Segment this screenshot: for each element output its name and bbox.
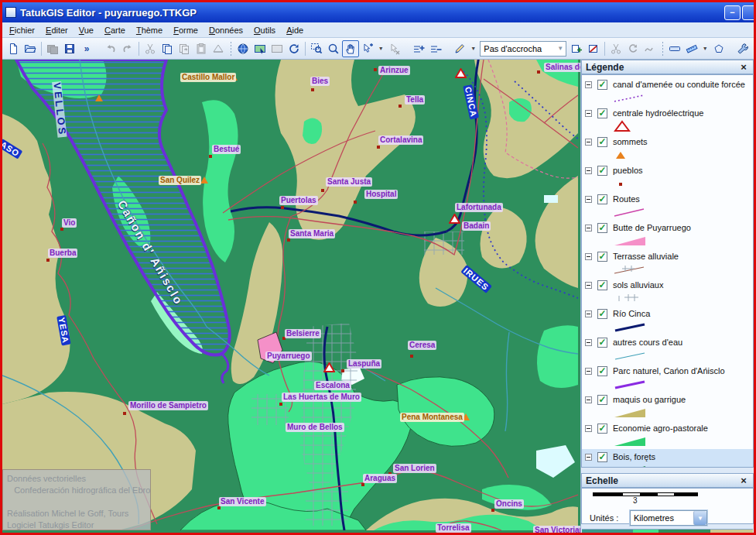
dropdown-button[interactable]: ▼ xyxy=(468,40,478,57)
toolbar-grip[interactable] xyxy=(406,41,407,57)
legend-item[interactable]: ✓Routes xyxy=(582,191,753,220)
vertex-remove-button[interactable] xyxy=(427,40,444,57)
pen-button[interactable] xyxy=(451,40,468,57)
layer-checkbox[interactable]: ✓ xyxy=(597,80,607,90)
toolbar-grip[interactable] xyxy=(230,41,231,57)
measure-button[interactable] xyxy=(666,40,683,57)
layer-checkbox[interactable]: ✓ xyxy=(597,108,607,118)
layer-checkbox[interactable]: ✓ xyxy=(597,280,607,290)
legend-close-icon[interactable]: × xyxy=(738,61,749,73)
minimize-button[interactable]: − xyxy=(724,5,741,20)
collapse-icon[interactable] xyxy=(585,139,592,146)
maximize-button[interactable] xyxy=(742,5,754,20)
legend-item[interactable]: ✓Bois, foręts xyxy=(582,449,753,468)
collapse-icon[interactable] xyxy=(585,454,592,461)
dropdown-button[interactable]: ▼ xyxy=(700,40,710,57)
dropdown-icon: ▼ xyxy=(378,46,384,51)
layer-checkbox[interactable]: ✓ xyxy=(597,424,607,434)
layer-checkbox[interactable]: ✓ xyxy=(597,223,607,233)
deselect-button xyxy=(386,40,403,57)
legend-item[interactable]: ✓pueblos xyxy=(582,163,753,191)
save-button[interactable] xyxy=(61,40,78,57)
layer-checkbox[interactable]: ✓ xyxy=(597,452,607,462)
legend-item[interactable]: ✓Terrasse alluviale xyxy=(582,249,753,277)
layer-checkbox[interactable]: ✓ xyxy=(597,137,607,147)
snap-mode-select[interactable]: Pas d'accrocha▼ xyxy=(480,41,566,57)
layer-checkbox[interactable]: ✓ xyxy=(597,166,607,176)
collapse-icon[interactable] xyxy=(585,225,592,231)
legend-item[interactable]: ✓Río Cinca xyxy=(582,306,753,334)
open-folder-button[interactable] xyxy=(22,40,39,57)
menu-forme[interactable]: Forme xyxy=(168,24,204,36)
collapse-icon[interactable] xyxy=(585,81,592,88)
zoom-area-button[interactable] xyxy=(308,40,325,57)
legend-item[interactable]: ✓centrale hydroélectrique xyxy=(582,105,753,134)
layer-checkbox[interactable]: ✓ xyxy=(597,194,607,204)
collapse-icon[interactable] xyxy=(585,196,592,203)
new-file-button[interactable] xyxy=(5,40,22,57)
collapse-icon[interactable] xyxy=(585,253,592,260)
snap-dropdown-icon[interactable]: ▼ xyxy=(555,45,566,52)
legend-item[interactable]: ✓Butte de Puyarruego xyxy=(582,220,753,249)
menu-aide[interactable]: Aide xyxy=(281,24,309,36)
toolbar-grip[interactable] xyxy=(662,41,662,57)
legend-symbol-hatch-line xyxy=(611,265,648,278)
ruler-button[interactable] xyxy=(683,40,700,57)
dropdown-button[interactable]: ▼ xyxy=(376,40,386,57)
legend-item[interactable]: ✓sommets xyxy=(582,134,753,163)
measure-icon xyxy=(669,43,681,55)
wrench-button[interactable] xyxy=(734,40,751,57)
pan-hand-button[interactable] xyxy=(342,40,359,57)
scale-close-icon[interactable]: × xyxy=(738,475,749,486)
layer-checkbox[interactable]: ✓ xyxy=(597,395,607,405)
legend-item[interactable]: ✓canal d'amenée ou conduite forcée xyxy=(582,77,753,105)
menu-theme[interactable]: Thème xyxy=(131,24,168,36)
legend-item[interactable]: ✓sols alluviaux xyxy=(582,277,753,306)
legend-item[interactable]: ✓Parc naturel, Cańon d'Ańisclo xyxy=(582,363,753,392)
menu-carte[interactable]: Carte xyxy=(99,24,131,36)
menu-vue[interactable]: Vue xyxy=(74,24,99,36)
legend-item[interactable]: ✓Economie agro-pastorale xyxy=(582,420,753,449)
zoom-button[interactable] xyxy=(325,40,342,57)
legend-item-label: Río Cinca xyxy=(613,309,650,318)
units-select[interactable]: Kilometres ▼ xyxy=(630,510,707,526)
globe-full-extent-button[interactable] xyxy=(234,40,251,57)
units-dropdown-icon[interactable]: ▼ xyxy=(693,511,706,525)
collapse-icon[interactable] xyxy=(585,110,592,117)
map-label-pueblo: Bies xyxy=(310,77,330,86)
layer-add-button[interactable] xyxy=(568,40,585,57)
collapse-icon[interactable] xyxy=(585,282,592,289)
toolbar-grip[interactable] xyxy=(98,41,99,57)
vertex-add-button[interactable] xyxy=(410,40,427,57)
map-select-button[interactable] xyxy=(251,40,269,57)
map-disabled-icon xyxy=(271,43,283,55)
hydro-plant-marker xyxy=(323,362,335,376)
collapse-icon[interactable] xyxy=(585,167,592,174)
menu-fichier[interactable]: Fichier xyxy=(4,24,40,36)
layer-checkbox[interactable]: ✓ xyxy=(597,338,607,348)
collapse-icon[interactable] xyxy=(585,396,592,403)
layer-checkbox[interactable]: ✓ xyxy=(597,366,607,376)
refresh-button[interactable] xyxy=(286,40,303,57)
select-plus-button[interactable] xyxy=(359,40,376,57)
layer-clear-button[interactable] xyxy=(585,40,602,57)
legend-item[interactable]: ✓autres cours d'eau xyxy=(582,334,753,363)
pueblo-dot-marker xyxy=(123,412,126,415)
save-all-button xyxy=(44,40,61,57)
legend-item[interactable]: ✓maquis ou garrigue xyxy=(582,392,753,420)
collapse-icon[interactable] xyxy=(585,339,592,346)
map-canvas[interactable]: BiesArinzueTellaSalinas deCortalavinaBes… xyxy=(2,60,580,533)
collapse-icon[interactable] xyxy=(585,310,592,317)
chevron-more-button[interactable]: » xyxy=(78,40,95,57)
shape-new-button[interactable] xyxy=(710,40,727,57)
menu-editer[interactable]: Editer xyxy=(40,24,74,36)
layer-checkbox[interactable]: ✓ xyxy=(597,252,607,262)
copy-button[interactable] xyxy=(159,40,176,57)
menu-donnees[interactable]: Données xyxy=(204,24,248,36)
menu-outils[interactable]: Outils xyxy=(248,24,281,36)
layer-checkbox[interactable]: ✓ xyxy=(597,309,607,319)
toolbar-grip[interactable] xyxy=(447,41,448,57)
toolbar-grip[interactable] xyxy=(730,41,731,57)
collapse-icon[interactable] xyxy=(585,425,592,432)
collapse-icon[interactable] xyxy=(585,368,592,375)
